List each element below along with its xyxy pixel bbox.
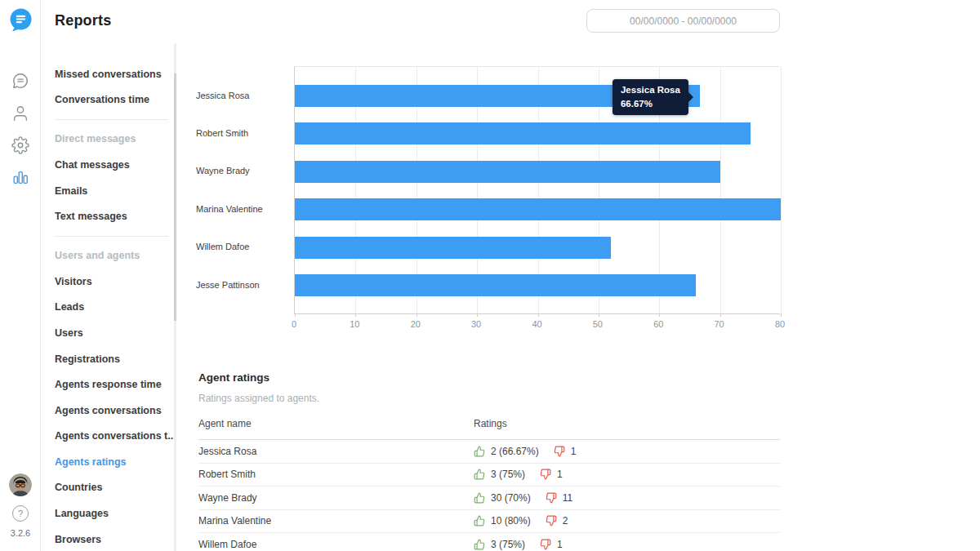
bar-willem-dafoe[interactable] xyxy=(295,237,611,259)
reports-page: ? 3.2.6 Reports Missed conversationsConv… xyxy=(0,0,980,551)
rail-settings-button[interactable] xyxy=(0,133,41,158)
x-axis-tick-label: 30 xyxy=(460,319,492,329)
section-title: Agent ratings xyxy=(198,367,780,384)
tooltip-agent-name: Jessica Rosa xyxy=(621,83,680,97)
axis-tick xyxy=(538,313,539,317)
agent-name: Marina Valentine xyxy=(198,515,474,527)
agent-name: Jessica Rosa xyxy=(198,446,474,457)
reports-sidebar: Missed conversationsConversations timeDi… xyxy=(41,61,174,551)
ratings-row-jessica-rosa: Jessica Rosa2 (66.67%)1 xyxy=(198,440,780,464)
app-logo[interactable] xyxy=(7,7,34,33)
thumbs-down-icon xyxy=(540,539,551,550)
ratings-cell: 30 (70%)11 xyxy=(474,492,572,504)
sidebar-item-countries[interactable]: Countries xyxy=(41,475,174,501)
rail-conversations-button[interactable] xyxy=(0,69,41,93)
x-axis-tick-label: 40 xyxy=(521,319,554,329)
help-button[interactable]: ? xyxy=(12,505,29,522)
thumbs-down xyxy=(546,515,557,527)
axis-tick xyxy=(477,313,478,317)
sidebar-item-missed-conversations[interactable]: Missed conversations xyxy=(41,61,174,87)
thumbs-down-icon xyxy=(554,446,565,457)
date-range-input[interactable] xyxy=(586,9,780,33)
axis-tick xyxy=(355,313,356,317)
app-version: 3.2.6 xyxy=(0,528,41,538)
sidebar-scrollbar-thumb[interactable] xyxy=(174,73,176,321)
chart-tooltip: Jessica Rosa66.67% xyxy=(612,79,688,115)
bar-wayne-brady[interactable] xyxy=(295,161,720,183)
ratings-row-willem-dafoe: Willem Dafoe3 (75%)1 xyxy=(198,533,780,551)
thumbs-up xyxy=(474,446,485,457)
x-axis-tick-label: 0 xyxy=(278,319,310,329)
thumbs-up-icon xyxy=(474,492,485,504)
rating-up-value: 3 (75%) xyxy=(485,539,525,550)
sidebar-item-agents-conversations[interactable]: Agents conversations xyxy=(41,398,174,424)
sidebar-item-emails[interactable]: Emails xyxy=(41,178,174,204)
axis-tick xyxy=(781,313,782,317)
sidebar-item-agents-conversations-t[interactable]: Agents conversations t... xyxy=(41,424,174,450)
thumbs-down xyxy=(540,539,551,550)
sidebar-item-agents-response-time[interactable]: Agents response time xyxy=(41,371,174,398)
column-header-ratings: Ratings xyxy=(474,418,507,429)
rating-up-value: 30 (70%) xyxy=(485,492,531,504)
sidebar-section-users-and-agents: Users and agents xyxy=(41,242,174,269)
bar-robert-smith[interactable] xyxy=(295,122,751,144)
chart-category-labels: Jessica RosaRobert SmithWayne BradyMarin… xyxy=(196,66,287,314)
axis-tick xyxy=(599,313,599,317)
sidebar-item-conversations-time[interactable]: Conversations time xyxy=(41,87,174,113)
thumbs-up-icon xyxy=(474,446,485,457)
agent-name: Robert Smith xyxy=(198,469,474,480)
ratings-row-robert-smith: Robert Smith3 (75%)1 xyxy=(198,464,780,487)
sidebar-item-browsers[interactable]: Browsers xyxy=(41,527,174,551)
category-label-robert-smith: Robert Smith xyxy=(196,122,248,144)
ratings-row-marina-valentine: Marina Valentine10 (80%)2 xyxy=(198,510,780,534)
sidebar-item-registrations[interactable]: Registrations xyxy=(41,346,174,372)
chart-gridline xyxy=(720,67,721,313)
bar-jesse-pattinson[interactable] xyxy=(295,274,696,296)
page-title: Reports xyxy=(55,12,111,29)
sidebar-item-visitors[interactable]: Visitors xyxy=(41,269,174,295)
rating-up-value: 10 (80%) xyxy=(485,515,531,527)
settings-icon xyxy=(11,136,29,154)
thumbs-down-icon xyxy=(540,469,551,480)
rail-reports-button[interactable] xyxy=(0,166,41,190)
table-header-row: Agent name Ratings xyxy=(198,404,780,440)
thumbs-down xyxy=(554,446,565,457)
axis-tick xyxy=(720,313,721,317)
rail-contacts-button[interactable] xyxy=(0,101,41,126)
chart-x-axis: 01020304050607080 xyxy=(294,319,780,331)
chart-gridline xyxy=(781,67,782,313)
thumbs-up xyxy=(474,539,485,550)
ratings-cell: 3 (75%)1 xyxy=(474,539,563,550)
rating-up-value: 3 (75%) xyxy=(485,469,525,480)
thumbs-up xyxy=(474,492,485,504)
rating-down-value: 1 xyxy=(551,469,563,480)
ratings-cell: 2 (66.67%)1 xyxy=(474,446,576,457)
thumbs-up-icon xyxy=(474,515,485,527)
section-subtitle: Ratings assigned to agents. xyxy=(198,384,780,404)
sidebar-item-agents-ratings[interactable]: Agents ratings xyxy=(41,449,174,475)
sidebar-item-leads[interactable]: Leads xyxy=(41,295,174,321)
sidebar-item-text-messages[interactable]: Text messages xyxy=(41,203,174,229)
axis-tick xyxy=(295,313,296,317)
x-axis-tick-label: 20 xyxy=(399,319,432,329)
sidebar-item-languages[interactable]: Languages xyxy=(41,500,174,527)
user-avatar[interactable] xyxy=(9,473,32,496)
sidebar-section-direct-messages: Direct messages xyxy=(41,127,174,153)
tooltip-value: 66.67% xyxy=(621,97,680,111)
chat-logo-icon xyxy=(7,7,34,33)
category-label-marina-valentine: Marina Valentine xyxy=(196,198,263,220)
sidebar-item-users[interactable]: Users xyxy=(41,320,174,346)
category-label-wayne-brady: Wayne Brady xyxy=(196,160,250,182)
sidebar-item-chat-messages[interactable]: Chat messages xyxy=(41,152,174,178)
sidebar-divider xyxy=(41,113,174,126)
thumbs-up xyxy=(474,515,485,527)
agent-ratings-section: Agent ratings Ratings assigned to agents… xyxy=(198,367,780,551)
bar-marina-valentine[interactable] xyxy=(295,198,781,220)
thumbs-up-icon xyxy=(474,539,485,550)
x-axis-tick-label: 70 xyxy=(703,319,736,329)
sidebar-divider xyxy=(41,229,174,242)
conversations-icon xyxy=(11,72,29,90)
thumbs-down-icon xyxy=(546,492,557,504)
reports-icon xyxy=(11,169,29,187)
axis-tick xyxy=(416,313,417,317)
